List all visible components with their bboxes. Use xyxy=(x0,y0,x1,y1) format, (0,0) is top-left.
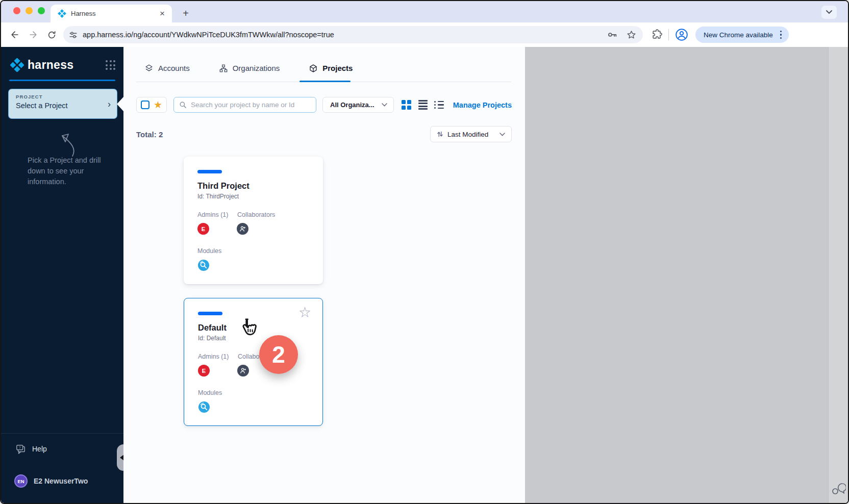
tab-projects-label: Projects xyxy=(322,64,353,72)
person-plus-icon xyxy=(240,367,246,374)
project-search[interactable] xyxy=(173,97,316,113)
forward-button[interactable] xyxy=(26,27,41,42)
sidebar-hint-text: Pick a Project and drill down to see you… xyxy=(28,155,105,187)
tab-organizations-label: Organizations xyxy=(233,64,280,72)
browser-menu-icon[interactable] xyxy=(778,31,784,39)
browser-toolbar: app.harness.io/ng/account/YWdkwNPiTceDUK… xyxy=(1,22,848,47)
project-card-default[interactable]: Default Id: Default Admins (1) Collabora… xyxy=(184,298,323,426)
profile-avatar-icon[interactable] xyxy=(675,28,688,41)
browser-window: Harness × + app.harness.io/ng/account/YW… xyxy=(0,0,849,504)
tab-organizations[interactable]: Organizations xyxy=(219,55,280,82)
organization-filter-value: All Organiza... xyxy=(330,101,374,109)
collaborators-label: Collaborators xyxy=(237,211,275,218)
project-card-list: Third Project Id: ThirdProject Admins (1… xyxy=(184,157,323,426)
chrome-update-label: New Chrome available xyxy=(704,31,773,39)
projects-icon xyxy=(309,64,318,73)
doodle-arrow-icon xyxy=(50,128,80,159)
toolbar-right: New Chrome available xyxy=(651,27,796,43)
modules-label: Modules xyxy=(198,389,222,396)
collaborator-avatar[interactable] xyxy=(237,365,249,376)
close-window-button[interactable] xyxy=(13,7,20,14)
selection-notch xyxy=(117,97,123,111)
tab-accounts[interactable]: Accounts xyxy=(144,55,190,82)
harness-logo-icon xyxy=(10,58,24,72)
tab-projects[interactable]: Projects xyxy=(309,55,353,82)
chevron-down-icon xyxy=(826,10,832,14)
harness-favicon xyxy=(58,9,66,18)
help-label: Help xyxy=(32,445,47,453)
sort-dropdown[interactable]: Last Modified xyxy=(430,126,512,142)
manage-projects-link[interactable]: Manage Projects xyxy=(453,101,512,109)
maximize-window-button[interactable] xyxy=(38,7,45,14)
favorite-project-star-icon[interactable]: ☆ xyxy=(298,306,311,320)
admin-avatar[interactable]: E xyxy=(197,223,209,235)
new-tab-button[interactable]: + xyxy=(179,6,193,20)
organization-filter-dropdown[interactable]: All Organiza... xyxy=(322,97,394,113)
project-selector-value: Select a Project xyxy=(16,102,110,110)
admins-label: Admins (1) xyxy=(198,353,229,360)
reload-icon xyxy=(47,30,57,40)
right-strip xyxy=(828,47,849,503)
search-icon xyxy=(179,101,187,109)
project-selector[interactable]: PROJECT Select a Project › xyxy=(8,89,117,119)
favorites-checkbox[interactable] xyxy=(141,100,149,109)
brand-wordmark: harness xyxy=(28,58,106,72)
back-button[interactable] xyxy=(7,27,22,42)
favorites-star-icon[interactable]: ★ xyxy=(154,100,162,110)
back-arrow-icon xyxy=(10,30,20,40)
list-view-button[interactable] xyxy=(418,100,428,110)
browser-tab[interactable]: Harness × xyxy=(51,5,172,22)
sidebar: harness PROJECT Select a Project › Pick … xyxy=(1,47,123,503)
sidebar-divider xyxy=(9,80,115,81)
toolbar-separator xyxy=(668,29,669,40)
user-avatar: EN xyxy=(14,474,28,488)
hand-cursor-icon xyxy=(237,317,260,341)
sort-value: Last Modified xyxy=(447,131,500,138)
project-id: Id: ThirdProject xyxy=(197,193,239,200)
module-switcher-icon[interactable] xyxy=(106,60,115,70)
chat-bubbles-icon[interactable] xyxy=(831,482,846,496)
modules-label: Modules xyxy=(197,247,221,255)
project-color-bar xyxy=(197,170,222,173)
chrome-update-chip[interactable]: New Chrome available xyxy=(695,27,789,43)
scope-tabs: Accounts Organizations Projects xyxy=(136,55,511,82)
filter-row: ★ All Organiza... Manage Projects xyxy=(136,97,512,113)
user-name: E2 NewuserTwo xyxy=(34,477,88,485)
tab-search-button[interactable] xyxy=(821,6,837,19)
address-bar[interactable]: app.harness.io/ng/account/YWdkwNPiTceDUK… xyxy=(63,26,643,43)
tab-strip: Harness × + xyxy=(1,1,848,22)
admins-label: Admins (1) xyxy=(197,211,228,218)
desktop-backdrop xyxy=(525,47,828,503)
url-text[interactable]: app.harness.io/ng/account/YWdkwNPiTceDUK… xyxy=(83,31,607,39)
minimize-window-button[interactable] xyxy=(26,7,33,14)
project-card-third-project[interactable]: Third Project Id: ThirdProject Admins (1… xyxy=(184,157,323,284)
user-account-button[interactable]: EN E2 NewuserTwo xyxy=(14,474,88,488)
project-selector-label: PROJECT xyxy=(16,94,110,99)
project-id: Id: Default xyxy=(198,335,226,342)
chevron-down-icon xyxy=(500,133,505,136)
reload-button[interactable] xyxy=(44,27,59,42)
site-info-icon[interactable] xyxy=(68,30,78,40)
organizations-icon xyxy=(219,64,228,73)
bookmark-star-icon[interactable] xyxy=(626,30,637,40)
admin-avatar[interactable]: E xyxy=(198,365,210,376)
extensions-puzzle-icon[interactable] xyxy=(651,29,662,40)
chaos-module-icon[interactable] xyxy=(197,259,210,271)
total-count: Total: 2 xyxy=(136,130,163,139)
main-content: Accounts Organizations Projects ★ xyxy=(123,47,525,503)
close-tab-icon[interactable]: × xyxy=(158,9,167,19)
compact-view-button[interactable] xyxy=(434,101,444,109)
grid-view-button[interactable] xyxy=(402,100,411,110)
chaos-module-icon[interactable] xyxy=(198,401,210,413)
search-input[interactable] xyxy=(191,101,311,109)
password-key-icon[interactable] xyxy=(607,29,618,40)
collaborator-avatar[interactable] xyxy=(237,223,248,235)
tab-accounts-label: Accounts xyxy=(158,64,190,72)
project-title: Default xyxy=(198,323,227,333)
app-area: harness PROJECT Select a Project › Pick … xyxy=(1,47,848,503)
favorites-filter: ★ xyxy=(136,97,167,113)
svg-text:?: ? xyxy=(19,445,21,450)
chevron-right-icon: › xyxy=(108,98,111,109)
project-color-bar xyxy=(198,312,222,315)
help-button[interactable]: ? Help xyxy=(15,444,47,454)
